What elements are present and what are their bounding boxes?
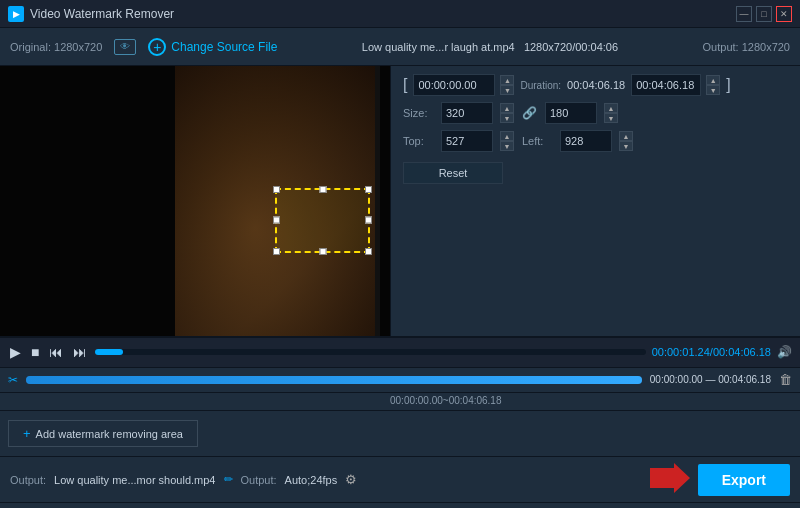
add-watermark-button[interactable]: + Add watermark removing area (8, 420, 198, 447)
clip-time-range: 00:00:00.00 — 00:04:06.18 (650, 374, 771, 385)
bottom-bar: Output: Low quality me...mor should.mp4 … (0, 456, 800, 502)
duration-value: 00:04:06.18 (567, 79, 625, 91)
change-source-button[interactable]: + Change Source File (148, 38, 277, 56)
preview-toggle-button[interactable]: 👁 (114, 39, 136, 55)
top-up[interactable]: ▲ (500, 131, 514, 141)
left-spinner: ▲ ▼ (619, 131, 633, 151)
change-source-label: Change Source File (171, 40, 277, 54)
size-h-down[interactable]: ▼ (604, 113, 618, 123)
current-time-display: 00:00:01.24/00:04:06.18 (652, 346, 771, 358)
wm-handle-bottom-right[interactable] (365, 248, 372, 255)
bottom-left: Output: Low quality me...mor should.mp4 … (10, 472, 357, 487)
reset-button[interactable]: Reset (403, 162, 503, 184)
wm-handle-mid-right[interactable] (365, 217, 372, 224)
progress-fill (95, 349, 123, 355)
left-value-input[interactable] (560, 130, 612, 152)
app-icon: ▶ (8, 6, 24, 22)
bottom-right: Export (650, 463, 790, 496)
size-height-input[interactable] (545, 102, 597, 124)
wm-handle-top-left[interactable] (273, 186, 280, 193)
wm-handle-top-right[interactable] (365, 186, 372, 193)
top-spinner: ▲ ▼ (500, 131, 514, 151)
start-time-up[interactable]: ▲ (500, 75, 514, 85)
start-time-spinner: ▲ ▼ (500, 75, 514, 95)
time-controls-row: [ ▲ ▼ Duration: 00:04:06.18 ▲ ▼ ] (403, 74, 788, 96)
content-area: [ ▲ ▼ Duration: 00:04:06.18 ▲ ▼ ] Size: … (0, 66, 800, 336)
settings-icon[interactable]: ⚙ (345, 472, 357, 487)
edit-filename-icon[interactable]: ✏ (224, 473, 233, 486)
plus-icon: + (23, 426, 31, 441)
start-time-down[interactable]: ▼ (500, 85, 514, 95)
frame-back-button[interactable]: ⏮ (47, 342, 65, 362)
size-h-up[interactable]: ▲ (604, 103, 618, 113)
delete-clip-button[interactable]: 🗑 (779, 372, 792, 387)
minimize-button[interactable]: — (736, 6, 752, 22)
toolbar: Original: 1280x720 👁 + Change Source Fil… (0, 28, 800, 66)
plus-circle-icon: + (148, 38, 166, 56)
arrow-right-icon (650, 463, 690, 496)
right-panel: [ ▲ ▼ Duration: 00:04:06.18 ▲ ▼ ] Size: … (390, 66, 800, 336)
clip-row: ✂ 00:00:00.00 — 00:04:06.18 🗑 (0, 367, 800, 392)
size-width-spinner: ▲ ▼ (500, 103, 514, 123)
left-label: Left: (522, 135, 552, 147)
filename-display: Low quality me...r laugh at.mp4 1280x720… (289, 41, 690, 53)
top-value-input[interactable] (441, 130, 493, 152)
watermark-selection-box[interactable] (275, 188, 370, 253)
titlebar: ▶ Video Watermark Remover — □ ✕ (0, 0, 800, 28)
video-frame (0, 66, 390, 336)
link-icon[interactable]: 🔗 (522, 106, 537, 120)
frame-fwd-button[interactable]: ⏭ (71, 342, 89, 362)
output-label: Output: (10, 474, 46, 486)
start-time-input[interactable] (413, 74, 495, 96)
stop-button[interactable]: ■ (29, 342, 41, 362)
add-watermark-area: + Add watermark removing area (0, 410, 800, 456)
clip-detail-row: 00:00:00.00~00:04:06.18 (0, 392, 800, 410)
clip-icon: ✂ (8, 373, 18, 387)
size-w-up[interactable]: ▲ (500, 103, 514, 113)
progress-bar[interactable] (95, 349, 645, 355)
maximize-button[interactable]: □ (756, 6, 772, 22)
end-time-down[interactable]: ▼ (706, 85, 720, 95)
size-height-spinner: ▲ ▼ (604, 103, 618, 123)
svg-marker-0 (650, 463, 690, 493)
export-button[interactable]: Export (698, 464, 790, 496)
clip-bar-fill (26, 376, 642, 384)
wm-handle-bottom-left[interactable] (273, 248, 280, 255)
wm-handle-mid-left[interactable] (273, 217, 280, 224)
window-controls: — □ ✕ (736, 6, 792, 22)
video-preview-area (0, 66, 390, 336)
left-up[interactable]: ▲ (619, 131, 633, 141)
video-dark-right (380, 66, 390, 336)
bracket-left: [ (403, 76, 407, 94)
volume-icon[interactable]: 🔊 (777, 345, 792, 359)
wm-handle-bottom-mid[interactable] (319, 248, 326, 255)
top-down[interactable]: ▼ (500, 141, 514, 151)
file-info: 1280x720/00:04:06 (524, 41, 618, 53)
play-button[interactable]: ▶ (8, 342, 23, 362)
top-label: Top: (403, 135, 433, 147)
end-time-up[interactable]: ▲ (706, 75, 720, 85)
original-resolution-label: Original: 1280x720 (10, 41, 102, 53)
saveto-bar: Save to: C:\Vidmore\Vidmore Video Conver… (0, 502, 800, 508)
app-title: Video Watermark Remover (30, 7, 736, 21)
close-button[interactable]: ✕ (776, 6, 792, 22)
left-down[interactable]: ▼ (619, 141, 633, 151)
output-format: Auto;24fps (285, 474, 338, 486)
size-row: Size: ▲ ▼ 🔗 ▲ ▼ (403, 102, 788, 124)
end-time-input[interactable] (631, 74, 701, 96)
size-w-down[interactable]: ▼ (500, 113, 514, 123)
timeline-area: ▶ ■ ⏮ ⏭ 00:00:01.24/00:04:06.18 🔊 ✂ 00:0… (0, 336, 800, 410)
size-width-input[interactable] (441, 102, 493, 124)
size-label: Size: (403, 107, 433, 119)
bracket-right: ] (726, 76, 730, 94)
file-name: Low quality me...r laugh at.mp4 (362, 41, 515, 53)
playback-bar: ▶ ■ ⏮ ⏭ 00:00:01.24/00:04:06.18 🔊 (0, 337, 800, 367)
video-dark-left (0, 66, 175, 336)
wm-handle-top-mid[interactable] (319, 186, 326, 193)
position-row: Top: ▲ ▼ Left: ▲ ▼ (403, 130, 788, 152)
clip-bar[interactable] (26, 376, 642, 384)
output-resolution-label: Output: 1280x720 (703, 41, 790, 53)
red-arrow-svg (650, 463, 690, 493)
add-watermark-label: Add watermark removing area (36, 428, 183, 440)
duration-label: Duration: (520, 80, 561, 91)
